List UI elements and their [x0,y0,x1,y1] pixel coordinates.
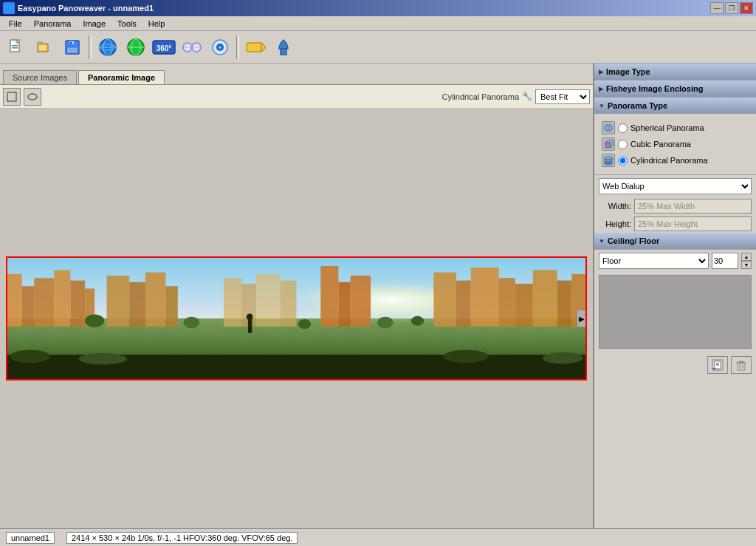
svg-rect-51 [351,276,371,327]
svg-rect-49 [320,266,338,327]
svg-rect-36 [22,286,34,327]
close-button[interactable]: ✕ [740,2,753,14]
svg-rect-39 [70,281,85,327]
svg-rect-44 [165,286,177,327]
image-type-header[interactable]: ▶ Image Type [594,64,756,80]
menu-panorama[interactable]: Panorama [28,18,78,30]
toolbar-separator-2 [236,35,239,59]
svg-rect-41 [107,276,130,327]
floor-row: Floor Ceiling ▲ ▼ [594,250,756,272]
image-type-label: Image Type [606,67,650,76]
rect-tool-button[interactable] [3,88,21,106]
svg-rect-5 [38,42,42,44]
arrow-button[interactable] [242,34,269,61]
preview-box [599,275,752,349]
window-controls: — ❐ ✕ [710,2,753,14]
add-action-button[interactable] [707,356,728,374]
menu-file[interactable]: File [3,18,28,30]
svg-rect-35 [7,274,22,327]
svg-rect-43 [145,273,165,327]
menu-image[interactable]: Image [78,18,112,30]
action-row [594,352,756,378]
height-row: Height: [594,215,756,233]
quality-dropdown-row: Web Dialup Web DSL Web T1 CD-ROM DVD [594,175,756,197]
svg-text:360°: 360° [157,44,172,52]
spherical-radio[interactable] [618,123,628,133]
spinner-controls: ▲ ▼ [741,253,752,269]
floor-select[interactable]: Floor Ceiling [599,253,709,269]
tab-source-images[interactable]: Source Images [3,70,77,84]
fisheye-label: Fisheye Image Enclosing [606,84,703,93]
svg-point-25 [219,46,221,49]
width-row: Width: [594,197,756,215]
tab-panoramic-image[interactable]: Panoramic Image [78,70,165,84]
tab-bar: Source Images Panoramic Image [0,64,593,84]
svg-point-70 [78,353,127,364]
ceiling-floor-header[interactable]: ▼ Ceiling/ Floor [594,233,756,249]
svg-point-62 [183,317,199,328]
globe1-button[interactable] [94,34,121,61]
height-label: Height: [599,219,631,228]
svg-point-61 [85,315,104,327]
360-button[interactable]: 360° [151,34,177,61]
panorama-type-label: Cylindrical Panorama [441,92,519,101]
cylindrical-radio[interactable] [618,156,628,165]
toolbar-separator-1 [89,35,92,59]
svg-rect-42 [129,282,145,327]
svg-point-67 [247,313,253,320]
globe2-button[interactable] [123,34,149,61]
floor-value-input[interactable] [712,253,738,269]
circle-tool-button[interactable] [24,88,41,106]
svg-rect-53 [456,281,471,327]
spherical-label: Spherical Panorama [630,123,704,132]
section-fisheye: ▶ Fisheye Image Enclosing [594,81,756,98]
menu-help[interactable]: Help [142,18,171,30]
fisheye-header[interactable]: ▶ Fisheye Image Enclosing [594,81,756,97]
delete-action-button[interactable] [731,356,752,374]
content-toolbar: Cylindrical Panorama 🔧 Best Fit Fit Widt… [0,85,593,109]
fit-icon: 🔧 [522,92,532,101]
window-title: Easypano Panoweaver - unnamed1 [18,4,154,13]
minimize-button[interactable]: — [710,2,724,14]
svg-rect-28 [281,49,286,55]
open-button[interactable] [31,34,58,61]
panorama-view: ▶ [0,109,593,528]
ceiling-floor-arrow: ▼ [599,238,605,245]
title-bar: 🌐 Easypano Panoweaver - unnamed1 — ❐ ✕ [0,0,756,16]
svg-rect-87 [738,363,745,370]
panorama-type-arrow: ▼ [599,103,605,109]
svg-rect-48 [281,281,297,327]
svg-rect-9 [67,48,78,53]
height-input[interactable] [634,216,752,231]
spin-down-button[interactable]: ▼ [741,261,752,269]
main-container: Source Images Panoramic Image [0,64,756,528]
image-type-arrow: ▶ [599,69,603,75]
svg-rect-47 [256,274,281,327]
menu-tools[interactable]: Tools [111,18,142,30]
spin-up-button[interactable]: ▲ [741,253,752,261]
svg-point-63 [298,319,311,329]
cubic-radio[interactable] [618,140,628,149]
svg-point-71 [443,350,488,363]
new-button[interactable] [3,34,30,61]
fit-select[interactable]: Best Fit Fit Width Fit Height 100% 50% 2… [535,89,590,104]
cubic-icon [602,137,615,151]
scroll-right-arrow[interactable]: ▶ [577,310,587,327]
menu-bar: File Panorama Image Tools Help [0,16,756,31]
cylindrical-icon [602,154,615,167]
stitch-button[interactable] [179,34,205,61]
svg-point-72 [543,352,583,364]
preview-button[interactable] [207,34,233,61]
width-input[interactable] [634,199,752,214]
publish-button[interactable] [270,34,297,61]
svg-rect-76 [605,143,611,148]
restore-button[interactable]: ❐ [725,2,738,14]
svg-point-30 [28,94,37,100]
quality-dropdown[interactable]: Web Dialup Web DSL Web T1 CD-ROM DVD [599,178,752,194]
panorama-type-content: Spherical Panorama Cubic Panorama [594,114,756,174]
panorama-type-header[interactable]: ▼ Panorama Type [594,98,756,114]
panorama-frame: ▶ [6,256,587,381]
svg-rect-10 [70,42,72,44]
save-button[interactable] [59,34,86,61]
fisheye-arrow: ▶ [599,86,603,92]
